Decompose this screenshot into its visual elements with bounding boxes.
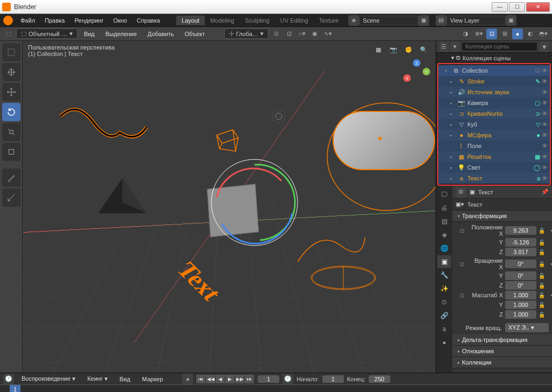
tool-rotate[interactable] xyxy=(2,103,20,121)
outliner-filter-icon[interactable]: ▼ xyxy=(540,41,549,52)
header-add[interactable]: Добавить xyxy=(143,31,178,37)
ptab-object[interactable]: ▣ xyxy=(437,255,451,268)
outliner-item-nurbs[interactable]: ▸⊃КриваяNurbs⊃ 👁 xyxy=(438,108,550,119)
pos-x-field[interactable]: 9.263 xyxy=(505,226,536,235)
tool-annotate[interactable] xyxy=(2,169,20,187)
viewlayer-new-icon[interactable]: ▣ xyxy=(506,15,516,26)
header-view[interactable]: Вид xyxy=(80,31,99,37)
navigation-gizmo[interactable]: Z Y X xyxy=(403,59,430,86)
panel-collections[interactable]: ▸Коллекции xyxy=(452,357,552,368)
pan-view-icon[interactable]: ✊ xyxy=(402,43,415,56)
blender-logo-icon[interactable] xyxy=(3,16,13,25)
tab-uv[interactable]: UV Editing xyxy=(275,16,314,25)
timeclock-icon[interactable]: 🕐 xyxy=(282,374,293,384)
start-frame-field[interactable]: 1 xyxy=(322,375,344,383)
end-frame-field[interactable]: 250 xyxy=(369,375,390,383)
outliner-item-lattice[interactable]: ▸▦Решётка▦ 👁 xyxy=(438,151,550,162)
ptab-scene[interactable]: ◈ xyxy=(437,228,451,241)
panel-transform[interactable]: ▾Трансформация xyxy=(452,211,552,222)
tool-scale[interactable] xyxy=(2,123,20,141)
timeline-ruler[interactable]: 1 xyxy=(0,384,552,392)
rot-x-field[interactable]: 0° xyxy=(505,260,536,268)
minimize-button[interactable]: — xyxy=(492,2,508,12)
shading-solid-icon[interactable]: ● xyxy=(512,29,523,39)
camera-view-icon[interactable]: 📷 xyxy=(387,43,400,56)
mode-dropdown[interactable]: ⬚Объектный …▾ xyxy=(16,29,78,39)
ptab-modifier[interactable]: 🔧 xyxy=(437,269,451,282)
menu-file[interactable]: Файл xyxy=(16,17,39,24)
menu-window[interactable]: Окно xyxy=(109,17,132,24)
outliner-display-icon[interactable]: ▾ xyxy=(451,41,460,52)
panel-relations[interactable]: ▸Отношения xyxy=(452,346,552,357)
ptab-viewlayer[interactable]: ▤ xyxy=(437,215,451,228)
scene-icon[interactable]: ◈ xyxy=(348,15,359,26)
timeline-playback[interactable]: Воспроизведение ▾ xyxy=(17,375,80,382)
shading-matprev-icon[interactable]: ◐ xyxy=(525,29,536,39)
snap-icon[interactable]: ⊡ xyxy=(284,29,294,39)
outliner-item-text[interactable]: ▸aТекстa 👁 xyxy=(438,173,550,184)
header-object[interactable]: Объект xyxy=(180,31,209,37)
outliner-item-field[interactable]: ⦚Поле👁 xyxy=(438,141,550,151)
ptab-constraints[interactable]: 🔗 xyxy=(437,309,451,322)
tool-cursor[interactable] xyxy=(2,63,20,81)
scale-x-field[interactable]: 1.000 xyxy=(505,291,536,299)
zoom-view-icon[interactable]: 🔍 xyxy=(417,43,430,56)
pin-icon[interactable]: 📌 xyxy=(541,188,549,195)
overlay-toggle-icon[interactable]: ⊕▾ xyxy=(473,29,484,39)
pos-y-field[interactable]: -5.126 xyxy=(505,238,536,247)
menu-render[interactable]: Рендеринг xyxy=(70,17,108,24)
ptab-data[interactable]: a xyxy=(437,323,451,335)
axis-y-icon[interactable]: Y xyxy=(423,68,430,75)
orientation-dropdown[interactable]: ⊹Глоба…▾ xyxy=(224,29,268,39)
timeline-view[interactable]: Вид xyxy=(115,376,135,382)
axis-z-icon[interactable]: Z xyxy=(413,59,420,67)
scale-z-field[interactable]: 1.000 xyxy=(505,310,536,319)
timeline-keying[interactable]: Кеинг ▾ xyxy=(83,375,112,382)
outliner-item-stroke[interactable]: ▸✎Stroke✎ 👁 xyxy=(438,76,550,87)
menu-edit[interactable]: Правка xyxy=(40,17,69,24)
xray-icon[interactable]: ⊡ xyxy=(486,29,497,39)
tab-sculpting[interactable]: Sculpting xyxy=(240,16,275,25)
rot-y-field[interactable]: 0° xyxy=(505,271,536,280)
maximize-button[interactable]: ☐ xyxy=(509,2,525,12)
close-button[interactable]: ✕ xyxy=(526,2,550,12)
rot-z-field[interactable]: 0° xyxy=(505,281,536,290)
ptab-output[interactable]: 🖨 xyxy=(437,201,451,214)
current-frame-field[interactable]: 1 xyxy=(258,375,279,383)
scene-new-icon[interactable]: ▣ xyxy=(418,15,429,26)
tool-select[interactable] xyxy=(2,43,20,61)
outliner-item-mball[interactable]: ▸●MCфера● 👁 xyxy=(438,130,550,141)
snap-target-icon[interactable]: ∩▾ xyxy=(296,29,307,39)
tool-transform[interactable] xyxy=(2,143,20,161)
editor-type-icon[interactable]: ⬚ xyxy=(3,29,14,39)
tab-texture[interactable]: Texture xyxy=(314,16,344,25)
autokey-icon[interactable]: ● xyxy=(182,374,193,384)
outliner-item-light[interactable]: ▸💡Свет◯ 👁 xyxy=(438,162,550,173)
shading-wire-icon[interactable]: ⊞ xyxy=(499,29,510,39)
outliner-item-camera[interactable]: ▸📷Камера▢ 👁 xyxy=(438,97,550,108)
play-reverse-icon[interactable]: ◀ xyxy=(216,375,225,383)
props-editor-icon[interactable]: ⚙ xyxy=(456,187,466,198)
rotmode-dropdown[interactable]: XYZ Э.. ▾ xyxy=(505,323,549,332)
axis-x-icon[interactable]: X xyxy=(403,74,411,82)
proportional-icon[interactable]: ◉ xyxy=(309,29,320,39)
viewport-3d[interactable]: Пользовательская перспектива (1) Collect… xyxy=(23,41,436,373)
tool-move[interactable] xyxy=(2,83,20,101)
tab-layout[interactable]: Layout xyxy=(176,16,205,25)
outliner-collection-row[interactable]: ▾⧉ Collection ☑ 👁 xyxy=(438,65,550,76)
panel-delta[interactable]: ▸Дельта-трансформация xyxy=(452,334,552,346)
outliner-editor-icon[interactable]: ☰ xyxy=(439,41,448,52)
keyframe-next-icon[interactable]: ▶▶ xyxy=(235,375,245,383)
lock-pos-icon[interactable]: ⊡ xyxy=(456,228,468,234)
viewlayer-field[interactable]: View Layer xyxy=(446,16,506,25)
outliner-scene-collection[interactable]: ▾ ⧉ Коллекция сцены xyxy=(436,53,552,63)
outliner-search[interactable] xyxy=(461,42,537,51)
ptab-material[interactable]: ● xyxy=(437,336,451,349)
timeline-marker[interactable]: Маркер xyxy=(138,376,168,382)
prop-falloff-icon[interactable]: ∿▾ xyxy=(322,29,333,39)
lock-icon[interactable]: 🔓 xyxy=(537,228,546,234)
header-select[interactable]: Выделение xyxy=(101,31,141,37)
keyframe-prev-icon[interactable]: ◀◀ xyxy=(206,375,216,383)
tool-measure[interactable] xyxy=(2,188,20,207)
menu-help[interactable]: Справка xyxy=(133,17,164,24)
